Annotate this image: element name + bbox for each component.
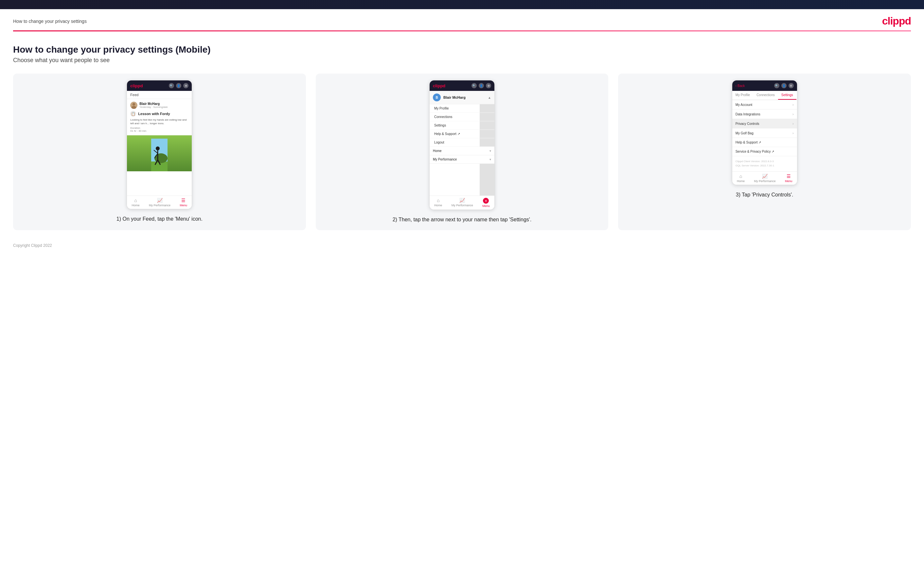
- footer-home[interactable]: ⌂ Home: [132, 198, 140, 207]
- step-2-logo: clippd: [433, 83, 445, 88]
- feed-text: Looking to feel like my hands are exitin…: [130, 118, 189, 125]
- footer-copyright: Copyright Clippd 2022: [0, 237, 924, 254]
- server-version: GQL Server Version: 2022.7.30-1: [735, 164, 794, 168]
- step-2-phone: clippd 🔍 👤 ⚙ B Blair McHarg ▲: [429, 80, 495, 210]
- footer-menu[interactable]: ☰ Menu: [180, 198, 187, 207]
- menu-section-home[interactable]: Home ▾: [430, 147, 494, 155]
- settings-privacy-controls[interactable]: Privacy Controls ›: [732, 119, 797, 129]
- profile-icon-2: 👤: [479, 83, 484, 88]
- search-icon: 🔍: [169, 83, 174, 88]
- settings-data-integrations[interactable]: Data Integrations ›: [732, 110, 797, 119]
- menu-section-performance[interactable]: My Performance ▾: [430, 155, 494, 164]
- privacy-controls-label: Privacy Controls: [735, 122, 759, 126]
- data-integrations-label: Data Integrations: [735, 113, 761, 116]
- settings-service-privacy[interactable]: Service & Privacy Policy ↗: [732, 147, 797, 156]
- my-account-label: My Account: [735, 103, 753, 106]
- step-1-logo: clippd: [130, 83, 143, 88]
- header: How to change your privacy settings clip…: [0, 9, 924, 31]
- footer-performance-label: My Performance: [149, 204, 170, 207]
- step-1-footer: ⌂ Home 📈 My Performance ☰ Menu: [127, 195, 192, 209]
- step-3-back-bar: ‹ Back 🔍 👤 ⚙: [732, 81, 797, 91]
- step-2-icons: 🔍 👤 ⚙: [472, 83, 491, 88]
- menu-item-help[interactable]: Help & Support ↗: [430, 130, 494, 138]
- header-title: How to change your privacy settings: [13, 19, 87, 24]
- lesson-title: Lesson with Fordy: [138, 112, 170, 116]
- footer3-home[interactable]: ⌂ Home: [737, 174, 745, 183]
- performance-icon: 📈: [157, 198, 163, 203]
- performance-icon-3: 📈: [762, 174, 767, 179]
- footer3-performance-label: My Performance: [754, 179, 775, 183]
- menu-icon: ☰: [181, 198, 186, 203]
- tab-my-profile[interactable]: My Profile: [732, 91, 753, 100]
- footer2-performance-label: My Performance: [452, 204, 473, 207]
- footer2-close[interactable]: ✕ Menu: [482, 198, 490, 208]
- footer2-performance[interactable]: 📈 My Performance: [452, 198, 473, 208]
- step-2-footer: ⌂ Home 📈 My Performance ✕ Menu: [430, 195, 494, 210]
- footer2-home[interactable]: ⌂ Home: [434, 198, 442, 208]
- settings-icon-2: ⚙: [486, 83, 491, 88]
- svg-point-7: [156, 147, 160, 150]
- feed-tab-label: Feed: [127, 91, 192, 99]
- settings-help-support[interactable]: Help & Support ↗: [732, 138, 797, 147]
- my-golf-bag-label: My Golf Bag: [735, 131, 754, 135]
- data-integrations-chevron: ›: [793, 112, 794, 116]
- settings-tabs: My Profile Connections Settings: [732, 91, 797, 100]
- search-icon-3: 🔍: [774, 83, 779, 88]
- feed-user-info: Blair McHarg Yesterday · Sunningdale: [139, 102, 168, 108]
- feed-duration: Duration: [130, 127, 189, 129]
- my-golf-bag-chevron: ›: [793, 131, 794, 135]
- back-button[interactable]: ‹ Back: [735, 84, 745, 88]
- menu-user-row[interactable]: B Blair McHarg ▲: [430, 91, 494, 104]
- step-2-nav: clippd 🔍 👤 ⚙: [430, 81, 494, 91]
- step-3-icons: 🔍 👤 ⚙: [774, 83, 794, 88]
- step-2-body: B Blair McHarg ▲ My Profile Connections …: [430, 91, 494, 195]
- settings-icon: ⚙: [183, 83, 189, 88]
- footer3-home-label: Home: [737, 179, 745, 183]
- performance-icon-2: 📈: [459, 198, 465, 203]
- menu-item-profile[interactable]: My Profile: [430, 104, 494, 113]
- golf-image: [127, 135, 192, 171]
- feed-lesson-row: 📋 Lesson with Fordy: [130, 111, 189, 117]
- step-3-caption: 3) Tap 'Privacy Controls'.: [736, 191, 793, 199]
- tab-settings[interactable]: Settings: [778, 91, 796, 100]
- footer2-menu-label: Menu: [482, 204, 490, 208]
- step-1-caption: 1) On your Feed, tap the 'Menu' icon.: [116, 215, 202, 223]
- back-arrow-icon: ‹: [735, 84, 737, 88]
- settings-icon-3: ⚙: [788, 83, 794, 88]
- footer-performance[interactable]: 📈 My Performance: [149, 198, 170, 207]
- menu-performance-arrow: ▾: [489, 158, 491, 161]
- top-bar: [0, 0, 924, 9]
- footer-home-label: Home: [132, 204, 140, 207]
- menu-expand-arrow[interactable]: ▲: [488, 96, 491, 99]
- privacy-controls-chevron: ›: [793, 122, 794, 126]
- profile-icon: 👤: [176, 83, 181, 88]
- settings-my-account[interactable]: My Account ›: [732, 100, 797, 110]
- step-2-card: clippd 🔍 👤 ⚙ B Blair McHarg ▲: [316, 74, 609, 230]
- footer3-performance[interactable]: 📈 My Performance: [754, 174, 775, 183]
- feed-avatar: [130, 102, 137, 109]
- back-label: Back: [738, 84, 745, 88]
- menu-item-logout[interactable]: Logout: [430, 138, 494, 147]
- version-info: Clippd Client Version: 2022.8.3-3 GQL Se…: [732, 156, 797, 171]
- menu-home-label: Home: [433, 149, 442, 153]
- home-icon-3: ⌂: [740, 174, 742, 179]
- settings-my-golf-bag[interactable]: My Golf Bag ›: [732, 129, 797, 138]
- logo: clippd: [882, 15, 911, 27]
- tab-connections[interactable]: Connections: [753, 91, 778, 100]
- home-icon: ⌂: [134, 198, 137, 203]
- footer2-home-label: Home: [434, 204, 442, 207]
- menu-performance-label: My Performance: [433, 158, 457, 161]
- page-heading: How to change your privacy settings (Mob…: [13, 45, 911, 55]
- step-1-body: Feed Blair McHarg Yesterday · Sunningdal…: [127, 91, 192, 195]
- footer-menu-label: Menu: [180, 204, 187, 207]
- menu-user-avatar: B: [433, 93, 441, 102]
- menu-item-connections[interactable]: Connections: [430, 113, 494, 121]
- footer3-menu[interactable]: ☰ Menu: [785, 174, 793, 183]
- step-3-body: My Account › Data Integrations › Privacy…: [732, 100, 797, 171]
- menu-item-settings[interactable]: Settings: [430, 121, 494, 130]
- help-support-label: Help & Support ↗: [735, 140, 761, 144]
- lesson-icon: 📋: [130, 111, 136, 117]
- step-3-phone: ‹ Back 🔍 👤 ⚙ My Profile Connections Sett…: [732, 80, 797, 185]
- feed-user-meta: Yesterday · Sunningdale: [139, 106, 168, 108]
- step-1-phone: clippd 🔍 👤 ⚙ Feed: [127, 80, 192, 209]
